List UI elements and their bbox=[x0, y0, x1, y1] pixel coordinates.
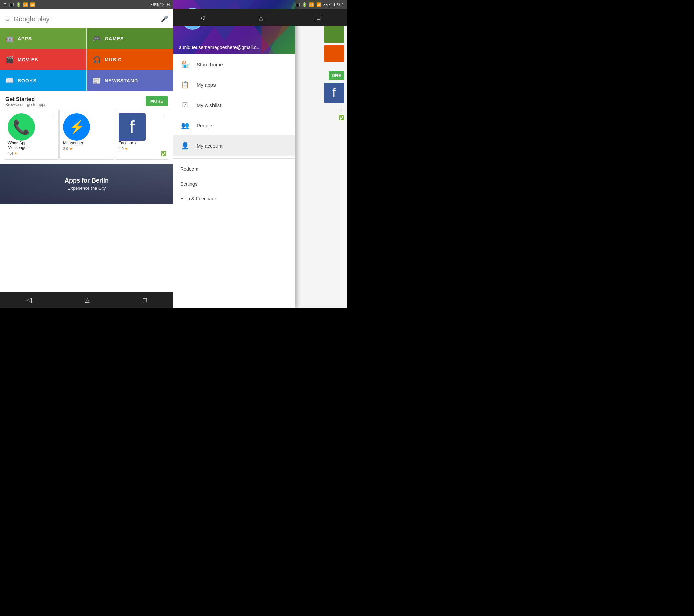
menu-item-my-apps[interactable]: 📋 My apps bbox=[174, 75, 295, 95]
whatsapp-name: WhatsAppMessenger bbox=[8, 141, 55, 150]
bg-menu-dots: ⋮ bbox=[339, 106, 344, 112]
games-label: GAMES bbox=[105, 36, 124, 41]
right-bottom-nav: ◁ △ □ bbox=[174, 10, 347, 26]
facebook-name: Facebook bbox=[118, 141, 166, 145]
user-email[interactable]: auniqueusernamegoeshere@gmail.c... bbox=[179, 45, 260, 50]
category-apps[interactable]: 🤖 APPS bbox=[0, 29, 87, 49]
drawer-menu: 🏪 Store home 📋 My apps ☑ My wishlist 👥 P… bbox=[174, 54, 295, 308]
home-button[interactable]: △ bbox=[78, 294, 96, 306]
facebook-icon: f bbox=[118, 113, 146, 141]
app-title: Google play bbox=[14, 15, 157, 23]
account-label: My account bbox=[197, 143, 223, 149]
settings-label: Settings bbox=[180, 181, 198, 187]
messenger-menu-icon[interactable]: ⋮ bbox=[106, 113, 112, 119]
facebook-rating: 4.0 ★ bbox=[118, 147, 166, 151]
right-panel: ⊡ 📳 🔋 📶 📶 88% 12:04 🎤 ORE f ⋮ ✅ 👤 bbox=[174, 0, 347, 308]
drawer-divider bbox=[174, 158, 295, 159]
mic-icon[interactable]: 🎤 bbox=[161, 15, 168, 23]
messenger-icon: ⚡ bbox=[63, 113, 90, 141]
status-icons: ⊡ 📳 🔋 📶 📶 bbox=[3, 2, 148, 7]
navigation-drawer: 👤 auniqueusernamegoeshere@gmail.c... 🏪 S… bbox=[174, 0, 295, 308]
clock: 12:04 bbox=[160, 2, 170, 7]
right-back-button[interactable]: ◁ bbox=[194, 11, 212, 24]
get-started-subtitle: Browse our go-to apps bbox=[5, 102, 47, 107]
app-cards: 📞 WhatsAppMessenger 4.4 ★ ⋮ ⚡ Messenger … bbox=[0, 110, 174, 164]
menu-item-settings[interactable]: Settings bbox=[174, 176, 295, 191]
battery-icon: 🔋 bbox=[16, 2, 21, 7]
messenger-name: Messenger bbox=[63, 141, 110, 145]
status-right: 88% 12:04 bbox=[150, 2, 170, 7]
left-panel: ⊡ 📳 🔋 📶 📶 88% 12:04 ≡ Google play 🎤 🤖 AP… bbox=[0, 0, 174, 308]
menu-item-people[interactable]: 👥 People bbox=[174, 115, 295, 135]
right-home-button[interactable]: △ bbox=[252, 11, 270, 24]
category-grid: 🤖 APPS 🎮 GAMES 🎬 MOVIES 🎧 MUSIC 📖 BOOKS … bbox=[0, 29, 174, 91]
bg-more-btn: ORE bbox=[329, 71, 344, 80]
nfc-icon: ⊡ bbox=[3, 2, 7, 7]
menu-item-store-home[interactable]: 🏪 Store home bbox=[174, 54, 295, 75]
messenger-rating: 3.9 ★ bbox=[63, 147, 110, 151]
menu-icon[interactable]: ≡ bbox=[5, 15, 10, 23]
bg-games-btn bbox=[324, 26, 344, 43]
menu-item-redeem[interactable]: Redeem bbox=[174, 162, 295, 176]
apps-icon: 🤖 bbox=[5, 35, 14, 43]
facebook-menu-icon[interactable]: ⋮ bbox=[162, 113, 167, 119]
right-clock: 12:04 bbox=[333, 2, 344, 7]
books-icon: 📖 bbox=[5, 77, 14, 85]
right-battery-percent: 88% bbox=[323, 2, 331, 7]
wifi-icon: 📶 bbox=[23, 2, 28, 7]
help-label: Help & Feedback bbox=[180, 196, 217, 202]
menu-item-my-wishlist[interactable]: ☑ My wishlist bbox=[174, 95, 295, 115]
account-icon: 👤 bbox=[180, 141, 190, 150]
people-icon: 👥 bbox=[180, 120, 190, 130]
right-wifi-icon: 📶 bbox=[309, 2, 314, 7]
redeem-label: Redeem bbox=[180, 166, 198, 172]
whatsapp-rating: 4.4 ★ bbox=[8, 151, 55, 156]
newsstand-label: NEWSSTAND bbox=[105, 78, 138, 83]
get-started-text: Get Started Browse our go-to apps bbox=[5, 96, 47, 107]
drawer-header: 👤 auniqueusernamegoeshere@gmail.c... bbox=[174, 0, 295, 54]
vibrate-icon: 📳 bbox=[9, 2, 14, 7]
bg-facebook-icon: f bbox=[324, 82, 344, 103]
category-books[interactable]: 📖 BOOKS bbox=[0, 71, 87, 91]
berlin-subtitle: Experience the City bbox=[68, 186, 106, 191]
category-music[interactable]: 🎧 MUSIC bbox=[87, 50, 174, 70]
bg-music-btn bbox=[324, 45, 344, 62]
people-label: People bbox=[197, 123, 213, 128]
signal-icon: 📶 bbox=[30, 2, 35, 7]
movies-icon: 🎬 bbox=[5, 56, 14, 64]
wishlist-icon: ☑ bbox=[180, 100, 190, 110]
right-vibrate-icon: 📳 bbox=[295, 2, 300, 7]
left-status-bar: ⊡ 📳 🔋 📶 📶 88% 12:04 bbox=[0, 0, 174, 10]
berlin-banner[interactable]: Apps for Berlin Experience the City bbox=[0, 164, 174, 204]
whatsapp-menu-icon[interactable]: ⋮ bbox=[51, 113, 56, 119]
menu-item-help[interactable]: Help & Feedback bbox=[174, 191, 295, 206]
music-icon: 🎧 bbox=[92, 56, 101, 64]
category-games[interactable]: 🎮 GAMES bbox=[87, 29, 174, 49]
back-button[interactable]: ◁ bbox=[20, 294, 38, 306]
whatsapp-icon: 📞 bbox=[8, 113, 35, 141]
menu-item-my-account[interactable]: 👤 My account bbox=[174, 135, 295, 156]
get-started-header: Get Started Browse our go-to apps MORE bbox=[0, 91, 174, 110]
left-bottom-nav: ◁ △ □ bbox=[0, 292, 174, 308]
music-label: MUSIC bbox=[105, 57, 122, 62]
bg-installed-icon: ✅ bbox=[339, 115, 344, 120]
movies-label: MOVIES bbox=[18, 57, 38, 62]
more-button[interactable]: MORE bbox=[146, 96, 168, 106]
apps-label: APPS bbox=[18, 36, 32, 41]
newsstand-icon: 📰 bbox=[92, 77, 101, 85]
app-card-facebook[interactable]: f Facebook 4.0 ★ ⋮ ✅ bbox=[115, 110, 169, 160]
background-content: 🎤 ORE f ⋮ ✅ bbox=[295, 10, 347, 292]
category-movies[interactable]: 🎬 MOVIES bbox=[0, 50, 87, 70]
berlin-title: Apps for Berlin bbox=[65, 177, 109, 184]
facebook-installed-icon: ✅ bbox=[161, 151, 166, 156]
app-card-whatsapp[interactable]: 📞 WhatsAppMessenger 4.4 ★ ⋮ bbox=[4, 110, 59, 160]
store-home-icon: 🏪 bbox=[180, 60, 190, 69]
right-recent-button[interactable]: □ bbox=[310, 12, 327, 24]
get-started-title: Get Started bbox=[5, 96, 47, 102]
app-card-messenger[interactable]: ⚡ Messenger 3.9 ★ ⋮ bbox=[59, 110, 114, 160]
recent-button[interactable]: □ bbox=[136, 294, 153, 306]
category-newsstand[interactable]: 📰 NEWSSTAND bbox=[87, 71, 174, 91]
books-label: BOOKS bbox=[18, 78, 37, 83]
my-apps-label: My apps bbox=[197, 82, 216, 88]
my-apps-icon: 📋 bbox=[180, 80, 190, 89]
